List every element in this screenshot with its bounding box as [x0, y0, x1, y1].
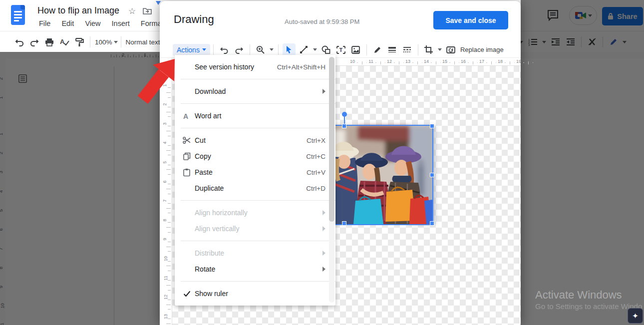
crop-tool-icon[interactable] — [422, 43, 435, 56]
submenu-arrow-icon — [322, 251, 325, 256]
menu-item-shortcut: Ctrl+C — [306, 153, 325, 160]
zoom-select[interactable]: 100% — [95, 38, 112, 46]
undo-icon[interactable] — [13, 35, 26, 48]
word-art-icon: A — [181, 112, 193, 120]
redo-icon[interactable] — [233, 43, 246, 56]
activate-windows-subtext: Go to Settings to activate Windo — [535, 302, 642, 311]
print-icon[interactable] — [43, 35, 56, 48]
save-and-close-button[interactable]: Save and close — [433, 11, 508, 29]
menu-item-label: Duplicate — [195, 184, 306, 192]
menu-item-distribute: Distribute — [175, 245, 335, 261]
actions-dropdown-menu: See version historyCtrl+Alt+Shift+HDownl… — [175, 55, 335, 306]
scissors-icon — [181, 136, 193, 144]
menu-item-duplicate[interactable]: DuplicateCtrl+D — [175, 180, 335, 196]
move-folder-icon[interactable] — [143, 7, 152, 17]
resize-handle-top-center[interactable] — [342, 124, 346, 128]
resize-handle-top-right[interactable] — [430, 124, 434, 128]
red-annotation-arrow — [135, 50, 182, 107]
spellcheck-icon[interactable]: A — [58, 35, 71, 48]
border-color-pencil-icon[interactable] — [371, 43, 384, 56]
clipboard-icon — [181, 168, 193, 176]
submenu-arrow-icon — [322, 267, 325, 272]
sparkle-widget-icon[interactable]: ✦ — [628, 308, 643, 324]
zoom-tool-icon[interactable] — [254, 43, 267, 56]
submenu-arrow-icon — [322, 89, 325, 94]
menu-item-copy[interactable]: CopyCtrl+C — [175, 148, 335, 164]
insert-image-tool-icon[interactable] — [349, 43, 362, 56]
resize-handle-middle-right[interactable] — [430, 173, 434, 177]
menu-item-label: Align horizontally — [195, 209, 319, 217]
menu-item-label: Word art — [195, 112, 319, 120]
redo-icon[interactable] — [28, 35, 41, 48]
menu-item-label: Paste — [195, 168, 307, 176]
text-box-tool-icon[interactable]: T — [334, 43, 347, 56]
menu-item-label: Download — [195, 87, 319, 95]
menu-divider — [181, 128, 335, 128]
svg-text:T: T — [339, 47, 342, 53]
menu-item-shortcut: Ctrl+V — [307, 169, 325, 176]
svg-text:A: A — [60, 38, 65, 45]
modal-dim-overlay-right — [521, 0, 644, 325]
menu-item-see-version-history[interactable]: See version historyCtrl+Alt+Shift+H — [175, 59, 335, 75]
menu-divider — [181, 281, 335, 282]
rotation-handle[interactable] — [342, 112, 347, 117]
activate-windows-text: Activate Windows — [535, 289, 622, 302]
submenu-arrow-icon — [322, 226, 325, 231]
menu-divider — [181, 103, 335, 104]
replace-image-label[interactable]: Replace image — [460, 46, 504, 53]
paragraph-style-select[interactable]: Normal text — [126, 38, 160, 46]
crop-caret-icon[interactable] — [438, 48, 442, 51]
actions-caret-icon — [202, 48, 206, 51]
zoom-tool-caret-icon[interactable] — [270, 48, 274, 51]
menu-scrollbar-thumb[interactable] — [329, 57, 334, 222]
document-title[interactable]: How to flip an Image — [37, 5, 119, 16]
copy-icon — [181, 152, 193, 160]
shape-tool-icon[interactable] — [320, 43, 332, 56]
menu-divider — [181, 200, 335, 201]
docs-logo-icon[interactable] — [11, 5, 25, 25]
border-dash-icon[interactable] — [401, 43, 414, 56]
menu-item-word-art[interactable]: AWord art — [175, 108, 335, 124]
border-weight-icon[interactable] — [386, 43, 399, 56]
menu-divider — [181, 241, 335, 241]
docs-menu-insert[interactable]: Insert — [109, 19, 133, 30]
menu-item-rotate[interactable]: Rotate — [175, 261, 335, 277]
star-icon[interactable]: ☆ — [128, 6, 136, 16]
menu-divider — [181, 79, 335, 79]
docs-menu-edit[interactable]: Edit — [58, 19, 77, 30]
menu-item-download[interactable]: Download — [175, 83, 335, 99]
menu-item-show-ruler[interactable]: Show ruler — [175, 286, 335, 302]
menu-item-paste[interactable]: PasteCtrl+V — [175, 164, 335, 180]
check-icon — [181, 291, 193, 297]
menu-item-label: Distribute — [195, 249, 319, 257]
menu-item-label: Show ruler — [195, 290, 319, 298]
resize-handle-bottom-center[interactable] — [342, 221, 346, 226]
submenu-arrow-icon — [322, 210, 325, 215]
menu-item-label: Copy — [195, 152, 306, 160]
menu-item-cut[interactable]: CutCtrl+X — [175, 132, 335, 148]
docs-menu-file[interactable]: File — [36, 19, 53, 30]
paint-format-icon[interactable] — [73, 35, 86, 48]
menu-item-align-vertically: Align vertically — [175, 221, 335, 237]
undo-icon[interactable] — [218, 43, 231, 56]
zoom-caret-icon[interactable] — [114, 41, 118, 43]
line-tool-icon[interactable] — [298, 43, 311, 56]
menu-item-label: Align vertically — [195, 225, 319, 233]
line-tool-caret-icon[interactable] — [313, 48, 317, 51]
menu-item-label: Cut — [195, 136, 307, 144]
menu-item-shortcut: Ctrl+D — [306, 185, 325, 192]
menu-item-align-horizontally: Align horizontally — [175, 205, 335, 221]
menu-item-label: Rotate — [195, 265, 319, 273]
resize-handle-bottom-right[interactable] — [430, 221, 434, 226]
menu-item-label: See version history — [195, 63, 277, 71]
autosave-status: Auto-saved at 9:59:38 PM — [285, 18, 359, 25]
menu-item-shortcut: Ctrl+X — [307, 137, 325, 144]
replace-image-icon[interactable] — [444, 43, 457, 56]
menu-item-shortcut: Ctrl+Alt+Shift+H — [277, 63, 325, 71]
docs-menu-view[interactable]: View — [82, 19, 103, 30]
svg-text:A: A — [183, 112, 188, 120]
dialog-title: Drawing — [174, 13, 214, 26]
select-tool-icon[interactable] — [283, 43, 296, 56]
